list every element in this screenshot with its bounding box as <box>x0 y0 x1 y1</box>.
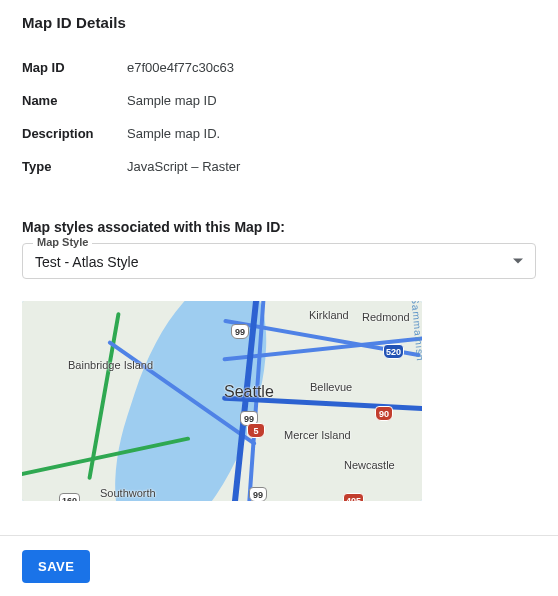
route-shield-icon: 5 <box>247 423 265 438</box>
page-title: Map ID Details <box>22 14 536 31</box>
route-shield-icon: 405 <box>343 493 364 501</box>
route-shield-icon: 160 <box>59 493 80 501</box>
save-button[interactable]: SAVE <box>22 550 90 583</box>
details-row-description: Description Sample map ID. <box>22 117 536 150</box>
details-label: Description <box>22 117 127 150</box>
details-row-name: Name Sample map ID <box>22 84 536 117</box>
map-city-label: Kirkland <box>309 309 349 321</box>
details-table: Map ID e7f00e4f77c30c63 Name Sample map … <box>22 51 536 183</box>
dropdown-caret-icon <box>513 259 523 264</box>
details-value: Sample map ID. <box>127 117 536 150</box>
map-city-label: Mercer Island <box>284 429 351 441</box>
map-style-select-value: Test - Atlas Style <box>35 254 138 270</box>
details-value: Sample map ID <box>127 84 536 117</box>
map-city-label: Southworth <box>100 487 156 499</box>
map-style-select-label: Map Style <box>33 236 92 248</box>
associated-styles-heading: Map styles associated with this Map ID: <box>22 219 536 235</box>
footer-bar: SAVE <box>0 535 558 596</box>
details-label: Name <box>22 84 127 117</box>
map-city-label: Seattle <box>224 383 274 401</box>
route-shield-icon: 99 <box>231 324 249 339</box>
details-value: JavaScript – Raster <box>127 150 536 183</box>
route-shield-icon: 520 <box>383 344 404 359</box>
map-city-label: Bellevue <box>310 381 352 393</box>
map-city-label: Bainbridge Island <box>68 359 153 371</box>
details-row-map-id: Map ID e7f00e4f77c30c63 <box>22 51 536 84</box>
details-label: Map ID <box>22 51 127 84</box>
details-value: e7f00e4f77c30c63 <box>127 51 536 84</box>
details-row-type: Type JavaScript – Raster <box>22 150 536 183</box>
map-city-label: Redmond <box>362 311 410 323</box>
details-label: Type <box>22 150 127 183</box>
map-preview[interactable]: 99 99 99 5 90 405 520 160 Seattle Bellev… <box>22 301 422 501</box>
map-city-label: Newcastle <box>344 459 395 471</box>
map-style-select[interactable]: Map Style Test - Atlas Style <box>22 243 536 279</box>
route-shield-icon: 90 <box>375 406 393 421</box>
route-shield-icon: 99 <box>249 487 267 501</box>
